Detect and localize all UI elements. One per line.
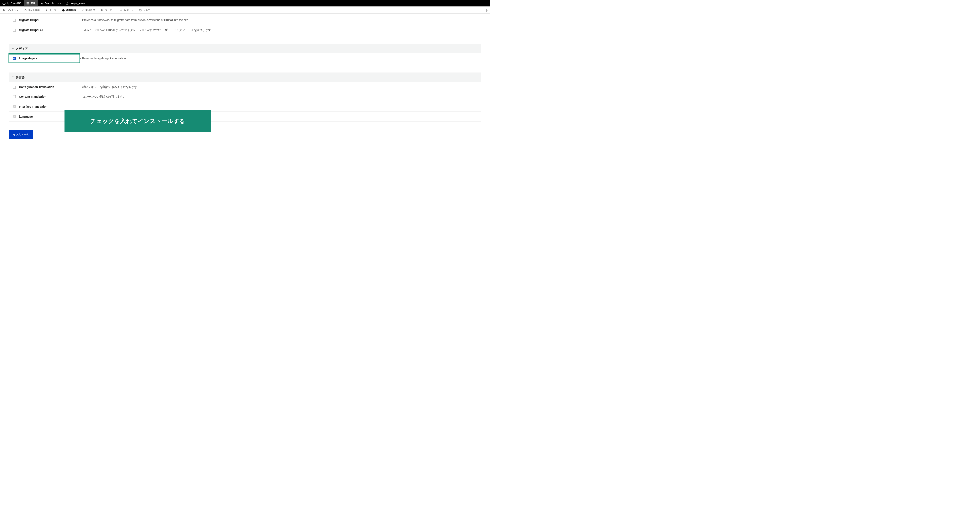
nav-structure-label: サイト構築 xyxy=(28,8,40,11)
module-checkbox[interactable] xyxy=(12,28,16,32)
nav-themes-label: テーマ xyxy=(49,8,56,11)
star-icon xyxy=(40,2,43,5)
svg-rect-11 xyxy=(122,10,122,11)
modules-multilang-group: Configuration Translation ▾ 構成テキストを翻訳できる… xyxy=(9,82,481,121)
nav-extend-label: 機能拡張 xyxy=(66,8,76,11)
svg-rect-0 xyxy=(27,2,29,2)
install-button[interactable]: インストール xyxy=(9,130,33,139)
module-row-config-translation: Configuration Translation ▾ 構成テキストを翻訳できる… xyxy=(9,82,481,92)
help-icon xyxy=(139,8,142,11)
wrench-icon xyxy=(81,8,84,11)
section-header-media[interactable]: ⌃ メディア xyxy=(9,44,481,53)
user-label: drupal_admin xyxy=(70,2,86,5)
module-checkbox[interactable] xyxy=(12,96,16,99)
module-desc: Provides ImageMagick integration. xyxy=(82,57,127,60)
module-row-language: Language xyxy=(9,112,481,121)
module-name: Migrate Drupal UI xyxy=(19,28,80,32)
module-row-migrate-drupal: Migrate Drupal ▾ Provides a framework to… xyxy=(9,15,481,25)
module-name: Interface Translation xyxy=(19,105,80,109)
shortcuts-label: ショートカット xyxy=(45,2,61,5)
module-name: Content Translation xyxy=(19,95,80,99)
svg-rect-6 xyxy=(26,11,27,11)
module-name: Language xyxy=(19,115,80,118)
nav-users-label: ユーザー xyxy=(105,8,115,11)
shortcuts-link[interactable]: ショートカット xyxy=(38,0,64,7)
structure-icon xyxy=(24,8,27,11)
module-checkbox[interactable] xyxy=(12,18,16,22)
manage-link[interactable]: 管理 xyxy=(24,0,38,7)
module-desc: Provides a framework to migrate data fro… xyxy=(82,18,189,22)
user-icon xyxy=(66,2,69,5)
module-checkbox[interactable] xyxy=(12,85,16,89)
module-row-imagemagick: ImageMagick ▾ Provides ImageMagick integ… xyxy=(9,53,481,63)
module-row-interface-translation: Interface Translation xyxy=(9,102,481,112)
manage-label: 管理 xyxy=(30,2,35,5)
admin-topbar: ‹ サイトへ戻る 管理 ショートカット drupal_admin xyxy=(0,0,490,7)
nav-config[interactable]: 環境設定 xyxy=(79,7,98,14)
chevron-down-icon[interactable]: ▾ xyxy=(80,96,81,98)
svg-rect-2 xyxy=(27,4,29,5)
svg-point-7 xyxy=(101,9,102,10)
modules-migration-group: Migrate Drupal ▾ Provides a framework to… xyxy=(9,15,481,35)
svg-rect-5 xyxy=(24,11,24,11)
chevron-down-icon[interactable]: ▾ xyxy=(80,19,81,21)
nav-help[interactable]: ヘルプ xyxy=(136,7,153,14)
module-desc: 古いバージョンの Drupal からのマイグレーションのためのユーザー・インタフ… xyxy=(82,28,214,32)
admin-secondary-nav: コンテンツ サイト構築 テーマ 機能拡張 環境設定 xyxy=(0,7,490,14)
nav-extend[interactable]: 機能拡張 xyxy=(59,7,79,14)
module-checkbox[interactable] xyxy=(12,57,16,60)
nav-reports-label: レポート xyxy=(124,8,134,11)
nav-themes[interactable]: テーマ xyxy=(43,7,59,14)
section-title: メディア xyxy=(16,47,28,51)
module-desc: 構成テキストを翻訳できるようになります。 xyxy=(82,85,140,89)
nav-users[interactable]: ユーザー xyxy=(98,7,117,14)
svg-rect-4 xyxy=(25,9,25,10)
nav-config-label: 環境設定 xyxy=(86,8,95,11)
paintbrush-icon xyxy=(45,8,48,11)
nav-content[interactable]: コンテンツ xyxy=(0,7,21,14)
chevron-up-icon: ⌃ xyxy=(12,47,14,50)
section-title: 多言語 xyxy=(16,75,25,79)
module-checkbox-locked xyxy=(12,115,16,118)
nav-reports[interactable]: レポート xyxy=(117,7,136,14)
chevron-down-icon[interactable]: ▾ xyxy=(80,29,81,31)
section-header-multilang[interactable]: ⌃ 多言語 xyxy=(9,73,481,82)
puzzle-icon xyxy=(62,8,65,11)
back-label: サイトへ戻る xyxy=(7,2,21,5)
chevron-down-icon[interactable]: ▾ xyxy=(80,86,81,88)
chevron-down-icon[interactable]: ▾ xyxy=(80,57,81,60)
svg-point-3 xyxy=(67,2,68,3)
module-name: Configuration Translation xyxy=(19,85,80,89)
nav-structure[interactable]: サイト構築 xyxy=(21,7,43,14)
nav-help-label: ヘルプ xyxy=(143,8,150,11)
module-row-content-translation: Content Translation ▾ コンテンツの翻訳を許可します。 xyxy=(9,92,481,102)
file-icon xyxy=(3,8,5,11)
users-icon xyxy=(100,9,103,11)
module-row-migrate-drupal-ui: Migrate Drupal UI ▾ 古いバージョンの Drupal からのマ… xyxy=(9,25,481,35)
chevron-up-icon: ⌃ xyxy=(12,76,14,79)
svg-point-8 xyxy=(102,9,103,10)
module-name: Migrate Drupal xyxy=(19,18,80,22)
back-to-site-link[interactable]: ‹ サイトへ戻る xyxy=(0,0,24,7)
modules-media-group: ImageMagick ▾ Provides ImageMagick integ… xyxy=(9,53,481,63)
module-name: ImageMagick xyxy=(19,57,80,60)
collapse-sidebar-button[interactable]: |← xyxy=(485,7,490,14)
svg-rect-1 xyxy=(27,3,29,3)
back-icon: ‹ xyxy=(3,2,6,5)
module-desc: コンテンツの翻訳を許可します。 xyxy=(82,95,126,99)
module-checkbox-locked xyxy=(12,105,16,109)
user-link[interactable]: drupal_admin xyxy=(64,0,88,7)
svg-rect-9 xyxy=(120,10,121,11)
chart-icon xyxy=(120,8,123,11)
hamburger-icon xyxy=(27,2,29,5)
nav-content-label: コンテンツ xyxy=(6,8,18,11)
